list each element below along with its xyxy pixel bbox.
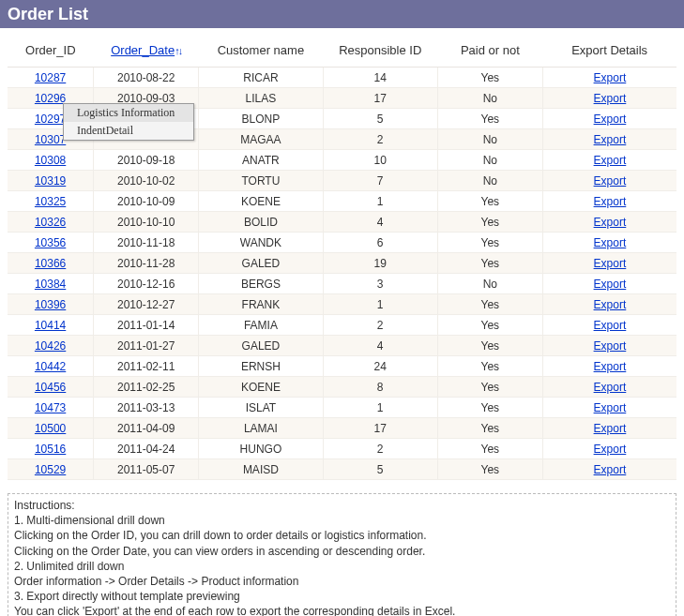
context-menu[interactable]: Logistics Information IndentDetail [63, 103, 194, 141]
table-row: 103562010-11-18WANDK6YesExport [8, 233, 676, 253]
col-paid: Paid or not [437, 30, 542, 68]
export-link[interactable]: Export [594, 401, 627, 414]
responsible-cell: 5 [323, 459, 437, 480]
paid-cell: Yes [437, 212, 542, 233]
paid-cell: Yes [437, 315, 542, 336]
paid-cell: No [437, 274, 542, 294]
export-link[interactable]: Export [594, 236, 627, 249]
paid-cell: Yes [437, 336, 542, 356]
order-id-link[interactable]: 10325 [35, 195, 66, 208]
table-row: 103192010-10-02TORTU7NoExport [8, 171, 676, 191]
order-id-link[interactable]: 10516 [35, 443, 66, 456]
export-link[interactable]: Export [594, 174, 627, 188]
responsible-cell: 24 [323, 356, 437, 377]
customer-cell: KOENE [199, 377, 323, 398]
instructions-line: Order information -> Order Details -> Pr… [14, 574, 670, 589]
customer-cell: BOLID [199, 212, 323, 233]
paid-cell: Yes [437, 418, 542, 439]
export-link[interactable]: Export [594, 381, 627, 394]
context-menu-logistics[interactable]: Logistics Information [64, 104, 193, 122]
order-id-link[interactable]: 10384 [35, 278, 66, 291]
col-responsible-id: Responsible ID [323, 30, 437, 68]
col-order-date[interactable]: Order_Date↑↓ [94, 30, 199, 68]
paid-cell: Yes [437, 356, 542, 377]
order-id-link[interactable]: 10456 [35, 381, 66, 394]
instructions-line: Clicking on the Order Date, you can view… [14, 544, 670, 559]
order-id-link[interactable]: 10366 [35, 257, 66, 270]
export-link[interactable]: Export [594, 257, 627, 270]
order-id-link[interactable]: 10473 [35, 401, 66, 414]
export-link[interactable]: Export [594, 298, 627, 311]
order-id-link[interactable]: 10500 [35, 422, 66, 435]
customer-cell: ANATR [199, 150, 323, 171]
export-link[interactable]: Export [594, 92, 627, 105]
paid-cell: Yes [437, 398, 542, 418]
export-link[interactable]: Export [594, 216, 627, 229]
export-link[interactable]: Export [594, 71, 627, 84]
export-link[interactable]: Export [594, 463, 627, 476]
customer-cell: LAMAI [199, 418, 323, 439]
table-row: 104732011-03-13ISLAT1YesExport [8, 398, 676, 418]
table-row: 105292011-05-07MAISD5YesExport [8, 459, 676, 480]
paid-cell: No [437, 171, 542, 191]
customer-cell: GALED [199, 336, 323, 356]
order-id-link[interactable]: 10307 [35, 133, 66, 146]
order-id-link[interactable]: 10529 [35, 463, 66, 476]
export-link[interactable]: Export [594, 195, 627, 208]
order-id-link[interactable]: 10296 [35, 92, 66, 105]
paid-cell: Yes [437, 191, 542, 212]
table-header-row: Order_ID Order_Date↑↓ Customer name Resp… [8, 30, 676, 68]
paid-cell: Yes [437, 439, 542, 459]
export-link[interactable]: Export [594, 154, 627, 167]
order-date-cell: 2011-02-25 [94, 377, 199, 398]
order-id-link[interactable]: 10308 [35, 154, 66, 167]
instructions-line: 1. Multi-dimensional drill down [14, 513, 670, 528]
export-link[interactable]: Export [594, 319, 627, 332]
paid-cell: Yes [437, 459, 542, 480]
table-row: 103252010-10-09KOENE1YesExport [8, 191, 676, 212]
export-link[interactable]: Export [594, 339, 627, 353]
page-title-text: Order List [8, 5, 88, 24]
paid-cell: Yes [437, 68, 542, 88]
responsible-cell: 17 [323, 418, 437, 439]
responsible-cell: 8 [323, 377, 437, 398]
export-link[interactable]: Export [594, 133, 627, 146]
order-date-cell: 2011-01-27 [94, 336, 199, 356]
order-date-cell: 2011-02-11 [94, 356, 199, 377]
order-id-link[interactable]: 10297 [35, 113, 66, 126]
export-link[interactable]: Export [594, 422, 627, 435]
order-date-cell: 2010-11-28 [94, 253, 199, 274]
order-id-link[interactable]: 10396 [35, 298, 66, 311]
table-row: 103262010-10-10BOLID4YesExport [8, 212, 676, 233]
responsible-cell: 7 [323, 171, 437, 191]
order-date-cell: 2010-11-18 [94, 233, 199, 253]
responsible-cell: 1 [323, 294, 437, 315]
customer-cell: HUNGO [199, 439, 323, 459]
order-date-cell: 2011-05-07 [94, 459, 199, 480]
responsible-cell: 14 [323, 68, 437, 88]
order-date-cell: 2010-12-27 [94, 294, 199, 315]
paid-cell: Yes [437, 294, 542, 315]
order-date-sort-link[interactable]: Order_Date [111, 43, 175, 57]
order-id-link[interactable]: 10356 [35, 236, 66, 249]
export-link[interactable]: Export [594, 278, 627, 291]
order-id-link[interactable]: 10287 [35, 71, 66, 84]
context-menu-indent-detail[interactable]: IndentDetail [64, 122, 193, 140]
order-date-cell: 2010-10-10 [94, 212, 199, 233]
col-order-id: Order_ID [8, 30, 94, 68]
responsible-cell: 10 [323, 150, 437, 171]
order-id-link[interactable]: 10426 [35, 339, 66, 353]
responsible-cell: 4 [323, 336, 437, 356]
order-date-cell: 2011-04-09 [94, 418, 199, 439]
instructions-line: Clicking on the Order ID, you can drill … [14, 528, 670, 543]
order-id-link[interactable]: 10319 [35, 174, 66, 188]
table-row: 103662010-11-28GALED19YesExport [8, 253, 676, 274]
export-link[interactable]: Export [594, 443, 627, 456]
order-id-link[interactable]: 10326 [35, 216, 66, 229]
export-link[interactable]: Export [594, 360, 627, 373]
order-id-link[interactable]: 10442 [35, 360, 66, 373]
col-customer-name: Customer name [199, 30, 323, 68]
export-link[interactable]: Export [594, 113, 627, 126]
order-id-link[interactable]: 10414 [35, 319, 66, 332]
table-row: 104262011-01-27GALED4YesExport [8, 336, 676, 356]
